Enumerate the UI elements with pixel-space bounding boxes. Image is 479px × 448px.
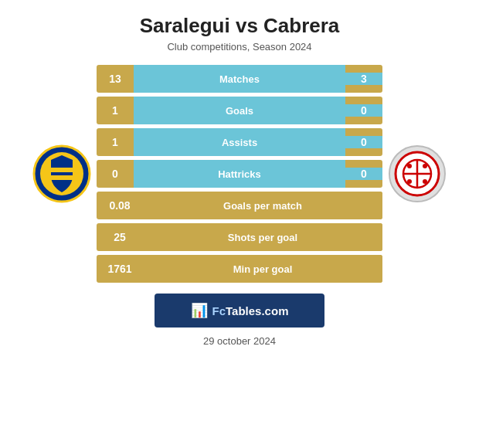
svg-text:CABJ: CABJ	[54, 168, 69, 173]
stat-bar-shots_per_goal: Shots per goal	[143, 223, 382, 251]
stat-label-goals: Goals	[226, 105, 253, 117]
svg-rect-3	[51, 175, 73, 180]
stat-left-matches: 13	[97, 73, 134, 85]
banner-icon: 📊	[191, 302, 208, 319]
stat-label-min_per_goal: Min per goal	[233, 263, 293, 275]
stat-bar-hattricks: Hattricks	[134, 160, 345, 188]
lanus-logo	[388, 144, 447, 203]
stat-row-min_per_goal: 1761 Min per goal	[97, 255, 382, 283]
svg-point-11	[423, 164, 427, 168]
stat-label-shots_per_goal: Shots per goal	[228, 232, 297, 243]
stat-left-min_per_goal: 1761	[97, 263, 143, 275]
date-display: 29 october 2024	[203, 335, 276, 347]
left-team-logo: CABJ	[27, 144, 97, 203]
stat-left-assists: 1	[97, 136, 134, 148]
stat-row-matches: 13 Matches 3	[97, 65, 382, 93]
stat-label-goals_per_match: Goals per match	[223, 200, 302, 212]
stat-bar-goals_per_match: Goals per match	[143, 192, 382, 219]
stat-label-hattricks: Hattricks	[218, 168, 261, 180]
stat-right-matches: 3	[345, 73, 382, 85]
stat-left-goals_per_match: 0.08	[97, 199, 143, 212]
stat-bar-min_per_goal: Min per goal	[143, 255, 382, 283]
stat-bar-assists: Assists	[134, 128, 345, 156]
stat-row-goals_per_match: 0.08 Goals per match	[97, 192, 382, 219]
page-title: Saralegui vs Cabrera	[140, 14, 340, 38]
stat-left-hattricks: 0	[97, 168, 134, 180]
fctables-banner[interactable]: 📊 FcTables.com	[155, 294, 324, 328]
stat-left-shots_per_goal: 25	[97, 231, 143, 243]
stat-bar-matches: Matches	[134, 65, 345, 93]
stat-right-hattricks: 0	[345, 168, 382, 180]
main-container: Saralegui vs Cabrera Club competitions, …	[0, 0, 479, 448]
stat-row-shots_per_goal: 25 Shots per goal	[97, 223, 382, 251]
stats-section: 13 Matches 3 1 Goals 0 1 Assists	[97, 65, 382, 283]
subtitle: Club competitions, Season 2024	[167, 41, 311, 53]
banner-text: FcTables.com	[212, 304, 289, 317]
stat-label-assists: Assists	[222, 137, 257, 148]
svg-point-13	[423, 179, 427, 184]
svg-point-12	[407, 179, 412, 184]
stat-left-goals: 1	[97, 104, 134, 117]
stat-row-goals: 1 Goals 0	[97, 97, 382, 124]
stat-right-goals: 0	[345, 104, 382, 117]
stat-label-matches: Matches	[219, 73, 260, 85]
boca-juniors-logo: CABJ	[32, 144, 91, 203]
svg-point-10	[407, 164, 412, 168]
stat-row-assists: 1 Assists 0	[97, 128, 382, 156]
right-team-logo	[382, 144, 452, 203]
comparison-area: CABJ 13 Matches 3 1 Goals 0 1	[8, 65, 471, 283]
stat-right-assists: 0	[345, 136, 382, 148]
stat-bar-goals: Goals	[134, 97, 345, 124]
stat-row-hattricks: 0 Hattricks 0	[97, 160, 382, 188]
